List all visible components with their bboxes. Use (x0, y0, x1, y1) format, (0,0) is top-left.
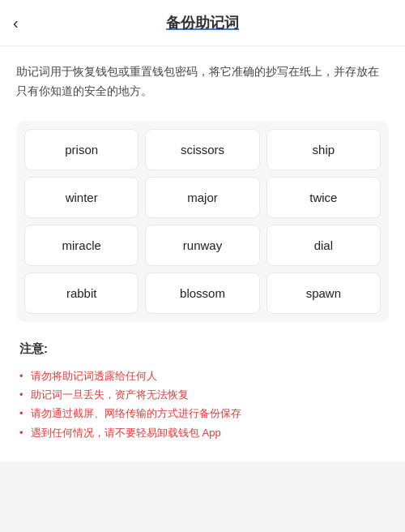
mnemonic-word: spawn (266, 272, 381, 314)
notice-list: 请勿将助记词透露给任何人助记词一旦丢失，资产将无法恢复请勿通过截屏、网络传输的方… (19, 367, 386, 443)
mnemonic-word: miracle (24, 225, 139, 266)
notice-section: 注意: 请勿将助记词透露给任何人助记词一旦丢失，资产将无法恢复请勿通过截屏、网络… (16, 341, 389, 443)
mnemonic-word: prison (24, 129, 139, 170)
notice-item: 遇到任何情况，请不要轻易卸载钱包 App (19, 423, 386, 442)
mnemonic-word: twice (266, 177, 381, 218)
notice-title: 注意: (19, 341, 386, 357)
back-button[interactable]: ‹ (13, 14, 19, 32)
description-text: 助记词用于恢复钱包或重置钱包密码，将它准确的抄写在纸上，并存放在只有你知道的安全… (16, 62, 389, 101)
mnemonic-word: ship (266, 129, 381, 170)
page-title: 备份助记词 (166, 13, 239, 32)
notice-item: 助记词一旦丢失，资产将无法恢复 (19, 385, 386, 404)
mnemonic-word: major (145, 177, 259, 218)
mnemonic-word: dial (266, 225, 381, 266)
mnemonic-word: winter (24, 177, 139, 218)
notice-item: 请勿将助记词透露给任何人 (19, 367, 386, 385)
mnemonic-word: scissors (145, 129, 259, 170)
back-icon: ‹ (13, 14, 19, 32)
mnemonic-word: runway (145, 225, 259, 266)
mnemonic-word: rabbit (24, 272, 139, 314)
header: ‹ 备份助记词 (0, 0, 405, 46)
mnemonic-grid-wrapper: prisonscissorsshipwintermajortwicemiracl… (16, 121, 389, 322)
mnemonic-word: blossom (145, 272, 259, 314)
mnemonic-grid: prisonscissorsshipwintermajortwicemiracl… (24, 129, 381, 314)
notice-item: 请勿通过截屏、网络传输的方式进行备份保存 (19, 404, 386, 423)
main-content: 助记词用于恢复钱包或重置钱包密码，将它准确的抄写在纸上，并存放在只有你知道的安全… (0, 46, 405, 461)
